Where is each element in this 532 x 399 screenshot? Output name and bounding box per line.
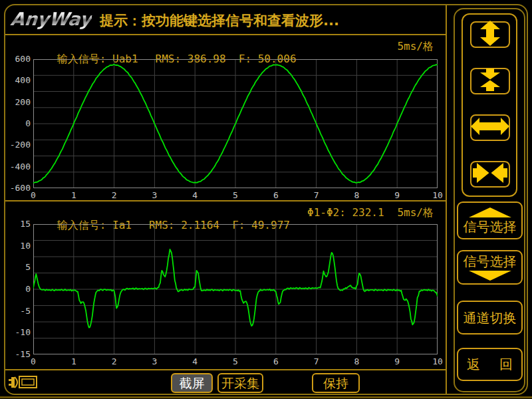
x-tick-label: 4 xyxy=(186,356,203,366)
y-tick-label: 15 xyxy=(4,219,31,229)
triangle-down-icon xyxy=(469,271,511,281)
triangle-up-icon xyxy=(469,207,511,217)
arrows-expand-vertical-icon xyxy=(470,20,510,49)
voltage-waveform-panel: 输入信号: Uab1RMS: 386.98 F: 50.006 5ms/格 60… xyxy=(5,35,446,200)
y-tick-label: -400 xyxy=(4,162,31,172)
x-tick-label: 1 xyxy=(65,190,82,200)
anyway-logo: AnyWay xyxy=(9,9,92,29)
x-tick-label: 0 xyxy=(25,190,42,200)
arrows-expand-horizontal-icon xyxy=(470,113,510,142)
x-tick-label: 8 xyxy=(348,356,365,366)
compress-horizontal-button[interactable] xyxy=(470,161,510,188)
current-header: 输入信号: Ia1RMS: 2.1164 F: 49.977 Φ1-Φ2: 23… xyxy=(19,206,436,221)
y-tick-label: -10 xyxy=(4,327,31,337)
compress-vertical-button[interactable] xyxy=(470,68,510,94)
phase-readout: Φ1-Φ2: 232.1 xyxy=(307,206,384,219)
voltage-header: 输入信号: Uab1RMS: 386.98 F: 50.006 5ms/格 xyxy=(19,40,436,55)
x-tick-label: 6 xyxy=(267,356,285,366)
hold-button[interactable]: 保持 xyxy=(312,373,360,393)
y-tick-label: 0 xyxy=(4,118,31,128)
arrows-compress-vertical-icon xyxy=(470,66,510,96)
x-tick-label: 0 xyxy=(25,356,42,366)
x-tick-label: 7 xyxy=(308,356,325,366)
bottombar-divider xyxy=(5,369,446,370)
signal-select-down-button[interactable]: 信号选择 xyxy=(457,250,523,285)
x-tick-label: 9 xyxy=(388,356,406,366)
y-tick-label: 400 xyxy=(4,75,31,85)
x-tick-label: 6 xyxy=(267,190,285,200)
timebase-label: 5ms/格 xyxy=(397,206,434,220)
x-tick-label: 2 xyxy=(106,356,123,366)
x-tick-label: 9 xyxy=(388,190,406,200)
x-tick-label: 3 xyxy=(146,356,163,366)
y-tick-label: 0 xyxy=(4,284,31,294)
x-tick-label: 2 xyxy=(106,190,123,200)
x-tick-label: 4 xyxy=(186,190,203,200)
x-tick-label: 5 xyxy=(227,190,244,200)
analyzer-screen: AnyWay 提示：按功能键选择信号和查看波形... 输入信号: Uab1RMS… xyxy=(0,0,532,399)
signal-select-up-button[interactable]: 信号选择 xyxy=(457,201,523,239)
x-tick-label: 10 xyxy=(429,356,446,366)
current-waveform-panel: 输入信号: Ia1RMS: 2.1164 F: 49.977 Φ1-Φ2: 23… xyxy=(5,201,446,369)
y-tick-label: 200 xyxy=(4,97,31,107)
start-acquisition-button[interactable]: 开采集 xyxy=(217,373,263,393)
timebase-label: 5ms/格 xyxy=(397,40,434,54)
hint-text: 提示：按功能键选择信号和查看波形... xyxy=(100,11,339,30)
x-tick-label: 7 xyxy=(308,190,325,200)
expand-horizontal-button[interactable] xyxy=(470,114,510,141)
y-tick-label: -5 xyxy=(4,306,31,316)
battery-icon xyxy=(9,372,39,391)
y-tick-label: 10 xyxy=(4,241,31,251)
channel-switch-button[interactable]: 通道切换 xyxy=(457,301,523,334)
x-tick-label: 3 xyxy=(146,190,163,200)
x-tick-label: 8 xyxy=(348,190,365,200)
x-tick-label: 10 xyxy=(429,190,446,200)
return-button[interactable]: 返 回 xyxy=(457,348,523,381)
y-tick-label: 600 xyxy=(4,54,31,64)
expand-vertical-button[interactable] xyxy=(470,21,510,48)
screenshot-button[interactable]: 截屏 xyxy=(171,373,213,393)
x-tick-label: 5 xyxy=(227,356,244,366)
screen-bottom-edge xyxy=(0,396,532,398)
arrows-compress-horizontal-icon xyxy=(470,160,510,189)
voltage-plot xyxy=(33,59,438,188)
y-tick-label: -200 xyxy=(4,140,31,150)
x-tick-label: 1 xyxy=(65,356,82,366)
y-tick-label: 5 xyxy=(4,262,31,272)
current-plot xyxy=(33,224,438,354)
